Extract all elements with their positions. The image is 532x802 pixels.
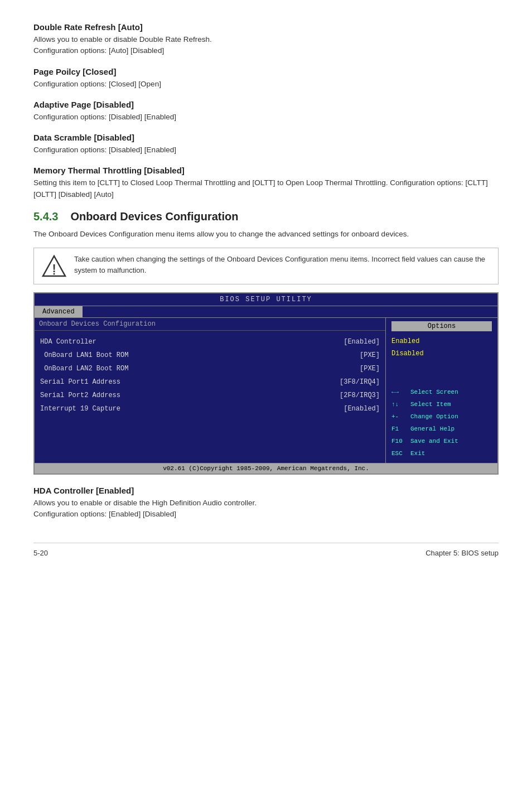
bios-options-label: Options <box>391 321 492 331</box>
section-title-hda: HDA Controller [Enabled] <box>33 486 499 495</box>
section-hda-controller: HDA Controller [Enabled] Allows you to e… <box>33 486 499 520</box>
bios-body: Onboard Devices Configuration HDA Contro… <box>35 318 497 463</box>
bios-item-serial2: Serial Port2 Address [2F8/IRQ3] <box>40 389 380 402</box>
warning-triangle-icon: ! <box>42 254 66 278</box>
bios-item-hda: HDA Controller [Enabled] <box>40 335 380 349</box>
bios-item-val-serial2: [2F8/IRQ3] <box>340 389 380 402</box>
bios-option-enabled: Enabled <box>391 336 492 348</box>
bios-item-val-interrupt: [Enabled] <box>344 402 380 416</box>
caution-icon: ! <box>42 254 66 278</box>
bios-item-lan2: OnBoard LAN2 Boot ROM [PXE] <box>40 362 380 375</box>
chapter-intro: The Onboard Devices Configuration menu i… <box>33 229 499 240</box>
bios-keybind-key-f10: F10 <box>391 435 407 447</box>
bios-setup-box: BIOS SETUP UTILITY Advanced Onboard Devi… <box>33 292 499 475</box>
section-desc-page-policy: Configuration options: [Closed] [Open] <box>33 79 499 90</box>
bios-right-panel: Options Enabled Disabled ←→ Select Scree… <box>386 318 497 463</box>
bios-title-bar: BIOS SETUP UTILITY <box>35 293 497 306</box>
bios-item-key-serial2: Serial Port2 Address <box>40 389 120 402</box>
bios-keybind-desc-exit: Exit <box>410 447 425 460</box>
bios-keybind-desc-select-screen: Select Screen <box>410 386 458 398</box>
section-desc-data-scramble: Configuration options: [Disabled] [Enabl… <box>33 144 499 156</box>
bios-items-list: HDA Controller [Enabled] OnBoard LAN1 Bo… <box>35 331 385 420</box>
bios-footer: v02.61 (C)Copyright 1985-2009, American … <box>35 463 497 474</box>
bios-keybind-desc-change-option: Change Option <box>410 410 458 423</box>
section-title-page-policy: Page Poilcy [Closed] <box>33 67 499 76</box>
bios-keybind-desc-select-item: Select Item <box>410 398 451 410</box>
bios-item-key-lan2: OnBoard LAN2 Boot ROM <box>40 362 128 375</box>
caution-box: ! Take caution when changing the setting… <box>33 248 499 284</box>
section-double-rate-refresh: Double Rate Refresh [Auto] Allows you to… <box>33 22 499 57</box>
chapter-number: 5.4.3 <box>33 210 58 223</box>
bios-tab-advanced[interactable]: Advanced <box>35 306 83 317</box>
bios-item-serial1: Serial Port1 Address [3F8/IRQ4] <box>40 375 380 389</box>
bios-keybind-desc-save-exit: Save and Exit <box>410 435 458 447</box>
bios-keybind-select-screen: ←→ Select Screen <box>391 386 492 398</box>
section-desc-double-rate-refresh: Allows you to enable or disable Double R… <box>33 34 499 57</box>
bios-item-val-lan2: [PXE] <box>360 362 380 375</box>
section-title-memory-thermal: Memory Thermal Throttling [Disabled] <box>33 166 499 175</box>
bios-item-val-hda: [Enabled] <box>344 335 380 349</box>
bios-keybinds: ←→ Select Screen ↑↓ Select Item +- Chang… <box>391 380 492 460</box>
page-footer: 5-20 Chapter 5: BIOS setup <box>33 543 499 557</box>
bios-left-panel: Onboard Devices Configuration HDA Contro… <box>35 318 386 463</box>
bios-item-lan1: OnBoard LAN1 Boot ROM [PXE] <box>40 349 380 362</box>
bios-keybind-key-f1: F1 <box>391 423 407 435</box>
section-title-adaptive-page: Adaptive Page [Disabled] <box>33 100 499 109</box>
bios-section-label: Onboard Devices Configuration <box>35 318 385 331</box>
section-adaptive-page: Adaptive Page [Disabled] Configuration o… <box>33 100 499 123</box>
chapter-label: Chapter 5: BIOS setup <box>425 549 499 557</box>
bios-item-key-lan1: OnBoard LAN1 Boot ROM <box>40 349 128 362</box>
page-number: 5-20 <box>33 549 48 557</box>
section-memory-thermal: Memory Thermal Throttling [Disabled] Set… <box>33 166 499 200</box>
bios-item-key-interrupt: Interrupt 19 Capture <box>40 402 120 416</box>
section-data-scramble: Data Scramble [Disabled] Configuration o… <box>33 133 499 156</box>
bios-keybind-key-updown: ↑↓ <box>391 398 407 410</box>
bios-item-key-serial1: Serial Port1 Address <box>40 375 120 389</box>
svg-point-2 <box>54 273 55 275</box>
section-title-double-rate-refresh: Double Rate Refresh [Auto] <box>33 22 499 32</box>
section-desc-adaptive-page: Configuration options: [Disabled] [Enabl… <box>33 112 499 123</box>
section-desc-hda: Allows you to enable or disable the High… <box>33 497 499 520</box>
bios-item-val-serial1: [3F8/IRQ4] <box>340 375 380 389</box>
section-page-policy: Page Poilcy [Closed] Configuration optio… <box>33 67 499 90</box>
bios-option-disabled: Disabled <box>391 348 492 360</box>
bios-keybind-save-exit: F10 Save and Exit <box>391 435 492 447</box>
bios-item-val-lan1: [PXE] <box>360 349 380 362</box>
bios-tab-row: Advanced <box>35 306 497 318</box>
bios-keybind-exit: ESC Exit <box>391 447 492 460</box>
svg-text:!: ! <box>52 262 56 274</box>
bios-keybind-general-help: F1 General Help <box>391 423 492 435</box>
bios-keybind-desc-general-help: General Help <box>410 423 454 435</box>
bios-keybind-key-arrows: ←→ <box>391 386 407 398</box>
bios-keybind-key-esc: ESC <box>391 447 407 460</box>
bios-keybind-select-item: ↑↓ Select Item <box>391 398 492 410</box>
section-desc-memory-thermal: Setting this item to [CLTT] to Closed Lo… <box>33 177 499 200</box>
chapter-header: 5.4.3 Onboard Devices Configuration <box>33 210 499 223</box>
bios-keybind-key-plusminus: +- <box>391 410 407 423</box>
chapter-title: Onboard Devices Configuration <box>70 210 238 223</box>
bios-item-interrupt: Interrupt 19 Capture [Enabled] <box>40 402 380 416</box>
bios-keybind-change-option: +- Change Option <box>391 410 492 423</box>
section-title-data-scramble: Data Scramble [Disabled] <box>33 133 499 142</box>
caution-text: Take caution when changing the settings … <box>74 254 490 276</box>
bios-item-key-hda: HDA Controller <box>40 335 96 349</box>
